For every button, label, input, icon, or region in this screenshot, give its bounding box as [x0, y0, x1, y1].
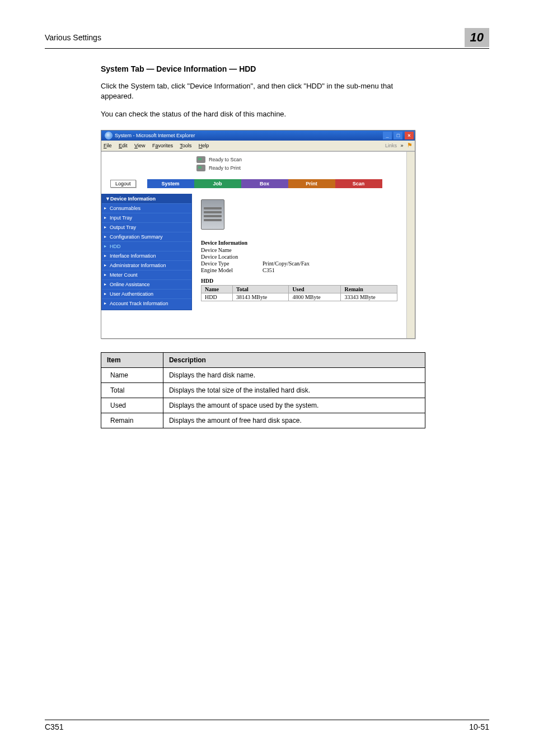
value-device-type: Print/Copy/Scan/Fax	[263, 260, 310, 267]
status-print-text: Ready to Print	[209, 165, 241, 171]
sidebar-item-account-track[interactable]: Account Track Information	[102, 298, 191, 308]
tab-system[interactable]: System	[147, 179, 194, 188]
desc-item: Total	[101, 382, 163, 398]
table-row: Remain Displays the amount of free hard …	[101, 413, 425, 428]
description-table: Item Description Name Displays the hard …	[101, 352, 425, 428]
tab-box[interactable]: Box	[241, 179, 288, 188]
pane-heading-device-info: Device Information	[201, 240, 397, 246]
sidebar-header[interactable]: ▼Device Information	[102, 194, 191, 203]
menu-item-view[interactable]: View	[134, 143, 145, 148]
running-header: Various Settings 10	[45, 28, 489, 49]
footer-page-number: 10-51	[469, 722, 489, 731]
sidebar: ▼Device Information Consumables Input Tr…	[101, 194, 192, 310]
minimize-button[interactable]: _	[383, 132, 392, 139]
label-device-name: Device Name	[201, 247, 263, 253]
scanner-icon	[196, 156, 205, 163]
sidebar-item-output-tray[interactable]: Output Tray	[102, 222, 191, 232]
tab-job[interactable]: Job	[194, 179, 241, 188]
sidebar-item-online-assist[interactable]: Online Assistance	[102, 279, 191, 289]
chevron-right-icon[interactable]: »	[399, 142, 405, 150]
menu-bar: File Edit View Favorites Tools Help Link…	[101, 141, 415, 151]
sidebar-item-consumables[interactable]: Consumables	[102, 203, 191, 213]
hdd-th-remain: Remain	[341, 285, 397, 293]
ie-flag-icon: ⚑	[407, 142, 413, 149]
desc-text: Displays the total size of the installed…	[163, 382, 425, 398]
body-paragraph: You can check the status of the hard dis…	[101, 109, 425, 119]
hdd-th-used: Used	[289, 285, 341, 293]
content-pane: Device Information Device Name Device Lo…	[192, 194, 406, 310]
links-label[interactable]: Links	[385, 143, 397, 148]
sidebar-item-user-auth[interactable]: User Authentication	[102, 289, 191, 298]
label-engine-model: Engine Model	[201, 267, 263, 273]
label-device-type: Device Type	[201, 260, 263, 267]
section-title: System Tab — Device Information — HDD	[101, 64, 489, 73]
menu-item-tools[interactable]: Tools	[180, 143, 191, 148]
sidebar-item-admin-info[interactable]: Administrator Information	[102, 260, 191, 270]
sidebar-item-config-summary[interactable]: Configuration Summary	[102, 232, 191, 241]
footer-model: C351	[45, 722, 63, 731]
desc-item: Remain	[101, 413, 163, 428]
status-scan-text: Ready to Scan	[209, 157, 242, 162]
sidebar-item-meter-count[interactable]: Meter Count	[102, 270, 191, 279]
hdd-td-total: 38143 MByte	[232, 293, 288, 301]
body-paragraph: Click the System tab, click "Device Info…	[101, 81, 425, 101]
sidebar-item-input-tray[interactable]: Input Tray	[102, 213, 191, 222]
desc-text: Displays the amount of free hard disk sp…	[163, 413, 425, 428]
page-footer: C351 10-51	[45, 720, 489, 731]
running-header-title: Various Settings	[45, 33, 101, 42]
browser-content-area: Ready to Scan Ready to Print Logout Syst…	[101, 151, 415, 338]
logout-button[interactable]: Logout	[110, 180, 136, 188]
close-button[interactable]: ×	[405, 132, 414, 139]
window-title-text: System - Microsoft Internet Explorer	[115, 133, 195, 138]
value-engine-model: C351	[263, 267, 275, 273]
maximize-button[interactable]: □	[394, 132, 402, 139]
device-status-block: Ready to Scan Ready to Print	[196, 156, 406, 171]
desc-th-item: Item	[101, 352, 163, 367]
scrollbar-vertical[interactable]	[406, 152, 415, 338]
hdd-table: Name Total Used Remain HDD 38143 MByte 4…	[201, 285, 397, 301]
desc-text: Displays the hard disk name.	[163, 367, 425, 382]
hdd-td-remain: 33343 MByte	[341, 293, 397, 301]
desc-text: Displays the amount of space used by the…	[163, 398, 425, 413]
device-image-icon	[201, 199, 224, 230]
chapter-number: 10	[465, 28, 489, 47]
hdd-th-total: Total	[232, 285, 288, 293]
embedded-screenshot: System - Microsoft Internet Explorer _ □…	[101, 130, 415, 339]
hdd-th-name: Name	[202, 285, 233, 293]
tab-scan[interactable]: Scan	[335, 179, 382, 188]
menu-item-help[interactable]: Help	[199, 143, 209, 148]
printer-icon	[196, 165, 205, 171]
table-row: Total Displays the total size of the ins…	[101, 382, 425, 398]
hdd-td-used: 4800 MByte	[289, 293, 341, 301]
window-controls: _ □ ×	[382, 132, 414, 139]
hdd-td-name: HDD	[202, 293, 233, 301]
desc-item: Used	[101, 398, 163, 413]
desc-th-description: Description	[163, 352, 425, 367]
sidebar-item-interface[interactable]: Interface Information	[102, 251, 191, 260]
menu-item-edit[interactable]: Edit	[119, 143, 128, 148]
pane-heading-hdd: HDD	[201, 278, 397, 284]
tab-print[interactable]: Print	[288, 179, 335, 188]
menu-item-favorites[interactable]: Favorites	[152, 143, 173, 148]
table-row: Name Displays the hard disk name.	[101, 367, 425, 382]
label-device-location: Device Location	[201, 254, 263, 260]
sidebar-item-hdd[interactable]: HDD	[102, 241, 191, 251]
ie-icon	[105, 132, 113, 139]
desc-item: Name	[101, 367, 163, 382]
window-title-bar: System - Microsoft Internet Explorer _ □…	[101, 130, 415, 141]
table-row: Used Displays the amount of space used b…	[101, 398, 425, 413]
menu-item-file[interactable]: File	[104, 143, 112, 148]
